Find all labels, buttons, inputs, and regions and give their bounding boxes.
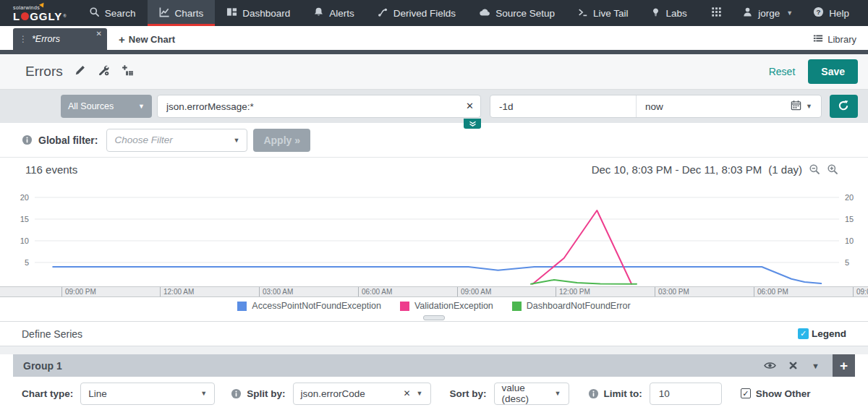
legend-toggle[interactable]: ✓ Legend xyxy=(798,328,846,339)
chevron-down-icon: ▼ xyxy=(417,390,423,397)
help-icon: ? xyxy=(813,7,824,20)
loggly-o-dot xyxy=(21,12,29,20)
show-other-checkbox[interactable]: ✓ xyxy=(741,388,751,398)
new-chart-button[interactable]: + New Chart xyxy=(119,28,175,50)
app-grid-button[interactable] xyxy=(702,7,731,20)
nav-item-search[interactable]: Search xyxy=(77,0,148,26)
tab-errors[interactable]: ⋮ *Errors ✕ xyxy=(13,28,107,50)
remove-group-icon[interactable] xyxy=(788,361,798,370)
top-nav: solarwinds LGGLY® SearchChartsDashboardA… xyxy=(0,0,868,26)
chart-header: 116 events Dec 10, 8:03 PM - Dec 11, 8:0… xyxy=(0,158,868,181)
nav-item-derived-fields[interactable]: Derived Fields xyxy=(366,0,467,26)
x-axis-tick: 03:00 PM xyxy=(655,287,689,296)
expand-query-button[interactable] xyxy=(464,119,481,129)
save-button[interactable]: Save xyxy=(808,59,858,84)
events-count: 116 events xyxy=(25,163,77,176)
eye-icon[interactable] xyxy=(764,359,776,372)
global-filter-select[interactable]: Choose Filter ▼ xyxy=(106,129,247,152)
tab-label: *Errors xyxy=(32,34,60,44)
nav-item-live-tail[interactable]: Live Tail xyxy=(566,0,640,26)
pencil-icon xyxy=(75,64,86,79)
clear-split-by-icon[interactable]: ✕ xyxy=(404,388,411,398)
group-actions: ▼ xyxy=(764,359,820,372)
sources-dropdown[interactable]: All Sources ▼ xyxy=(61,95,152,118)
time-range-box: ▼ xyxy=(490,95,822,118)
svg-text:10: 10 xyxy=(20,236,29,245)
search-query-input[interactable] xyxy=(157,95,481,118)
chevron-down-icon: ▼ xyxy=(806,103,812,110)
legend-swatch xyxy=(237,302,247,311)
page-title: Errors xyxy=(25,64,63,80)
derived-icon xyxy=(378,7,388,20)
legend-checkbox[interactable]: ✓ xyxy=(798,328,809,339)
chevron-down-icon: ▼ xyxy=(200,390,207,397)
x-axis-tick: 06:00 AM xyxy=(358,287,392,296)
loggly-logo[interactable]: solarwinds LGGLY® xyxy=(0,0,77,26)
limit-input[interactable] xyxy=(650,383,722,405)
chart-type-select[interactable]: Line ▼ xyxy=(80,383,215,405)
nav-item-labs[interactable]: Labs xyxy=(639,0,698,26)
add-group-button[interactable]: + xyxy=(833,354,855,377)
loggly-wordmark: LGGLY® xyxy=(13,11,67,22)
bell-icon xyxy=(313,7,324,20)
nav-item-source-setup[interactable]: Source Setup xyxy=(467,0,566,26)
library-button[interactable]: Library xyxy=(813,28,856,50)
plus-icon: + xyxy=(119,33,125,46)
nav-item-charts[interactable]: Charts xyxy=(148,0,216,26)
x-axis-tick: 06:00 PM xyxy=(754,287,788,296)
x-axis-tick: 12:00 AM xyxy=(160,287,194,296)
show-other-toggle[interactable]: ✓ Show Other xyxy=(741,388,811,399)
user-name: jorge xyxy=(758,8,780,19)
reset-link[interactable]: Reset xyxy=(769,66,796,77)
refresh-button[interactable] xyxy=(830,95,858,118)
zoom-in-icon[interactable] xyxy=(827,163,838,175)
user-menu[interactable]: jorge ▼ xyxy=(733,7,801,20)
legend-item[interactable]: ValidationException xyxy=(400,301,493,311)
legend-swatch xyxy=(512,302,522,311)
add-to-dashboard-button[interactable] xyxy=(122,64,134,80)
nav-item-dashboard[interactable]: Dashboard xyxy=(215,0,302,26)
collapse-group-icon[interactable]: ▼ xyxy=(812,362,820,370)
clear-query-icon[interactable]: ✕ xyxy=(466,101,474,111)
title-bar: Errors Reset Save xyxy=(0,54,868,90)
apply-filter-button[interactable]: Apply » xyxy=(253,129,310,152)
svg-text:10: 10 xyxy=(845,236,854,245)
svg-text:?: ? xyxy=(817,8,821,16)
app-grid-icon xyxy=(711,7,722,20)
spacer xyxy=(0,346,868,354)
tab-close-icon[interactable]: ✕ xyxy=(96,30,102,38)
chart-x-axis[interactable]: 09:00 PM12:00 AM03:00 AM06:00 AM09:00 AM… xyxy=(0,286,868,297)
define-series-header: Define Series ✓ Legend xyxy=(0,321,868,346)
svg-text:5: 5 xyxy=(25,258,29,267)
edit-title-button[interactable] xyxy=(75,64,86,79)
calendar-icon xyxy=(791,100,801,114)
sort-by-select[interactable]: value (desc) ▼ xyxy=(494,383,569,405)
terminal-icon xyxy=(578,7,588,20)
x-axis-tick: 03:00 AM xyxy=(259,287,293,296)
svg-text:15: 15 xyxy=(20,215,29,223)
zoom-out-icon[interactable] xyxy=(809,163,820,175)
calendar-picker-button[interactable]: ▼ xyxy=(782,100,821,114)
create-alert-button[interactable] xyxy=(98,64,110,80)
help-menu[interactable]: ? Help xyxy=(804,7,858,20)
resize-row xyxy=(0,315,868,321)
flame-icon xyxy=(39,1,46,7)
define-series-title: Define Series xyxy=(22,328,82,340)
nav-item-alerts[interactable]: Alerts xyxy=(302,0,366,26)
time-from-input[interactable] xyxy=(490,95,636,117)
split-by-select[interactable]: json.errorCode ✕ ▼ xyxy=(293,383,431,405)
solarwinds-wordmark: solarwinds xyxy=(13,5,51,10)
library-icon xyxy=(813,33,823,46)
global-filter-row: Global filter: Choose Filter ▼ Apply » xyxy=(0,123,868,158)
tab-drag-handle-icon[interactable]: ⋮ xyxy=(19,34,27,44)
legend-item[interactable]: AccessPointNotFoundException xyxy=(237,301,381,311)
search-icon xyxy=(89,7,100,20)
chart-resize-handle[interactable] xyxy=(423,315,445,320)
legend-swatch xyxy=(400,302,409,311)
x-axis-tick: 12:00 PM xyxy=(556,287,590,296)
dashboard-icon xyxy=(226,7,237,20)
legend-item[interactable]: DashboardNotFoundError xyxy=(512,301,631,311)
chart-icon xyxy=(159,7,170,20)
time-to-input[interactable] xyxy=(637,95,782,117)
line-chart[interactable]: 55101015152020 xyxy=(0,181,868,286)
